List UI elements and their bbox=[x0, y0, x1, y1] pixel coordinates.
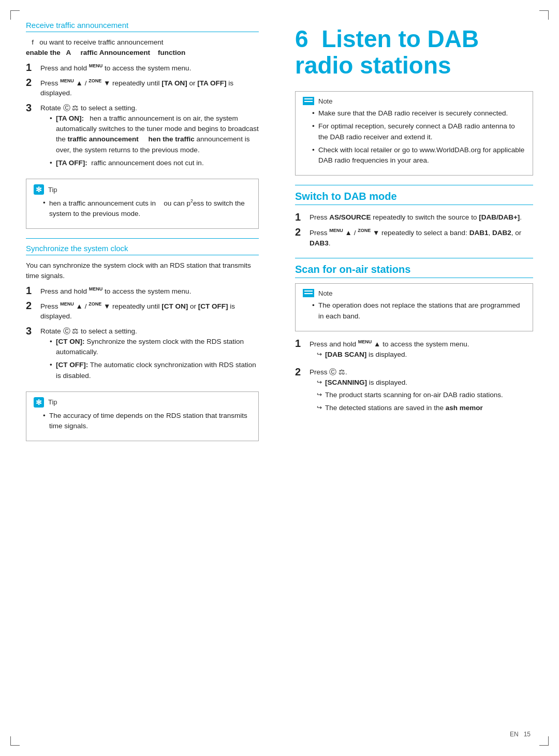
step-scan-content-1: Press and hold MENU ▲ to access the syst… bbox=[310, 339, 533, 363]
step-num-1: 1 bbox=[26, 62, 40, 74]
step-switch-num-2: 2 bbox=[295, 226, 310, 238]
step-sync-num-1: 1 bbox=[26, 285, 40, 297]
bullet-ct-off: [CT OFF]: The automatic clock synchroniz… bbox=[51, 360, 259, 381]
step-switch-1: 1 Press AS/SOURCE repeatedly to switch t… bbox=[295, 212, 533, 223]
chapter-title: Listen to DAB radio stations bbox=[295, 25, 479, 79]
note-bullets-scan: The operation does not replace the stati… bbox=[313, 300, 525, 322]
tip-header-traffic: ✻ Tip bbox=[34, 184, 251, 195]
scan-arrow-2-1: [SCANNING] is displayed. bbox=[318, 377, 533, 388]
traffic-intro: f ou want to receive traffic announcemen… bbox=[26, 37, 259, 59]
bullet-ta-on: [TA ON]: hen a traffic announcement is o… bbox=[51, 113, 259, 155]
step-scan-content-2: Press Ⓒ ⚖. [SCANNING] is displayed. The … bbox=[310, 367, 533, 416]
step-traffic-3: 3 Rotate Ⓒ ⚖ to select a setting. [TA ON… bbox=[26, 103, 259, 173]
note-label-dab: Note bbox=[318, 97, 332, 105]
step-content-3: Rotate Ⓒ ⚖ to select a setting. [TA ON]:… bbox=[40, 103, 259, 173]
note-bullet-scan-1: The operation does not replace the stati… bbox=[313, 300, 525, 322]
footer-lang: EN bbox=[510, 731, 519, 738]
step-scan-num-2: 2 bbox=[295, 366, 310, 378]
divider-scan bbox=[295, 258, 533, 258]
tip-icon-sync: ✻ bbox=[34, 397, 44, 408]
step-content-1: Press and hold MENU to access the system… bbox=[40, 63, 259, 74]
step-sync-2: 2 Press MENU ▲ / ZONE ▼ repeatedly until… bbox=[26, 301, 259, 322]
tip-box-sync: ✻ Tip The accuracy of time depends on th… bbox=[26, 391, 259, 442]
note-bullet-dab-3: Check with local retailer or go to www.W… bbox=[313, 145, 525, 166]
tip-bullets-traffic: hen a traffic announcement cuts in ou ca… bbox=[44, 198, 251, 219]
section-sync-clock: Synchronize the system clock You can syn… bbox=[26, 244, 259, 441]
footer-page-num: 15 bbox=[524, 731, 531, 738]
scan-arrow-2-2: The product starts scanning for on-air D… bbox=[318, 390, 533, 400]
section-heading-traffic: Receive traffic announcement bbox=[26, 21, 259, 32]
note-bullets-dab: Make sure that the DAB radio receiver is… bbox=[313, 108, 525, 166]
bullet-ct-on: [CT ON]: Synchronize the system clock wi… bbox=[51, 337, 259, 358]
note-box-scan: Note The operation does not replace the … bbox=[295, 283, 533, 331]
divider-left bbox=[26, 238, 259, 239]
step-scan-1: 1 Press and hold MENU ▲ to access the sy… bbox=[295, 339, 533, 363]
step-switch-content-1: Press AS/SOURCE repeatedly to switch the… bbox=[310, 212, 533, 223]
traffic-bullet-list: [TA ON]: hen a traffic announcement is o… bbox=[51, 113, 259, 168]
bullet-ta-off: [TA OFF]: raffic announcement does not c… bbox=[51, 158, 259, 168]
section-heading-sync: Synchronize the system clock bbox=[26, 244, 259, 255]
step-sync-num-3: 3 bbox=[26, 325, 40, 337]
page-footer: EN 15 bbox=[510, 731, 531, 738]
step-switch-content-2: Press MENU ▲ / ZONE ▼ repeatedly to sele… bbox=[310, 227, 533, 249]
note-header-scan: Note bbox=[303, 289, 525, 297]
step-traffic-2: 2 Press MENU ▲ / ZONE ▼ repeatedly until… bbox=[26, 78, 259, 99]
section-receive-traffic: Receive traffic announcement f ou want t… bbox=[26, 21, 259, 229]
left-column: Receive traffic announcement f ou want t… bbox=[26, 21, 269, 735]
note-header-dab: Note bbox=[303, 97, 525, 105]
section-heading-switch: Switch to DAB mode bbox=[295, 191, 533, 205]
tip-icon-traffic: ✻ bbox=[34, 184, 44, 195]
divider-switch bbox=[295, 185, 533, 185]
scan-arrow-1-1: [DAB SCAN] is displayed. bbox=[318, 350, 533, 360]
tip-header-sync: ✻ Tip bbox=[34, 397, 251, 408]
tip-bullets-sync: The accuracy of time depends on the RDS … bbox=[44, 411, 251, 432]
sync-intro: You can synchronize the system clock wit… bbox=[26, 260, 259, 282]
step-sync-num-2: 2 bbox=[26, 300, 40, 312]
sync-bullet-list: [CT ON]: Synchronize the system clock wi… bbox=[51, 337, 259, 381]
scan-arrow-2-3: The detected stations are saved in the a… bbox=[318, 403, 533, 413]
section-heading-scan: Scan for on-air stations bbox=[295, 264, 533, 278]
note-label-scan: Note bbox=[318, 289, 332, 297]
note-bullet-dab-1: Make sure that the DAB radio receiver is… bbox=[313, 108, 525, 119]
step-sync-3: 3 Rotate Ⓒ ⚖ to select a setting. [CT ON… bbox=[26, 326, 259, 385]
tip-bullet-traffic-1: hen a traffic announcement cuts in ou ca… bbox=[44, 198, 251, 219]
note-bullet-dab-2: For optimal reception, securely connect … bbox=[313, 121, 525, 142]
step-sync-1: 1 Press and hold MENU to access the syst… bbox=[26, 286, 259, 297]
step-sync-content-1: Press and hold MENU to access the system… bbox=[40, 286, 259, 297]
step-content-2: Press MENU ▲ / ZONE ▼ repeatedly until [… bbox=[40, 78, 259, 99]
tip-label-traffic: Tip bbox=[48, 186, 57, 194]
section-scan: Scan for on-air stations Note The operat… bbox=[295, 264, 533, 416]
tip-label-sync: Tip bbox=[48, 398, 57, 406]
chapter-heading: 6 Listen to DAB radio stations bbox=[295, 21, 533, 78]
tip-box-traffic: ✻ Tip hen a traffic announcement cuts in… bbox=[26, 179, 259, 229]
step-switch-2: 2 Press MENU ▲ / ZONE ▼ repeatedly to se… bbox=[295, 227, 533, 249]
section-switch-dab: Switch to DAB mode 1 Press AS/SOURCE rep… bbox=[295, 191, 533, 249]
step-num-2: 2 bbox=[26, 77, 40, 89]
note-box-dab: Note Make sure that the DAB radio receiv… bbox=[295, 91, 533, 176]
step-sync-content-2: Press MENU ▲ / ZONE ▼ repeatedly until [… bbox=[40, 301, 259, 322]
right-column: 6 Listen to DAB radio stations Note Make… bbox=[290, 21, 533, 735]
step-sync-content-3: Rotate Ⓒ ⚖ to select a setting. [CT ON]:… bbox=[40, 326, 259, 385]
chapter-heading-block: 6 Listen to DAB radio stations bbox=[295, 21, 533, 78]
chapter-number: 6 bbox=[295, 25, 308, 52]
tip-bullet-sync-1: The accuracy of time depends on the RDS … bbox=[44, 411, 251, 432]
step-num-3: 3 bbox=[26, 102, 40, 114]
step-switch-num-1: 1 bbox=[295, 211, 310, 223]
scan-arrows-2: [SCANNING] is displayed. The product sta… bbox=[318, 377, 533, 413]
scan-arrows-1: [DAB SCAN] is displayed. bbox=[318, 350, 533, 360]
step-traffic-1: 1 Press and hold MENU to access the syst… bbox=[26, 63, 259, 74]
step-scan-2: 2 Press Ⓒ ⚖. [SCANNING] is displayed. Th… bbox=[295, 367, 533, 416]
step-scan-num-1: 1 bbox=[295, 338, 310, 350]
